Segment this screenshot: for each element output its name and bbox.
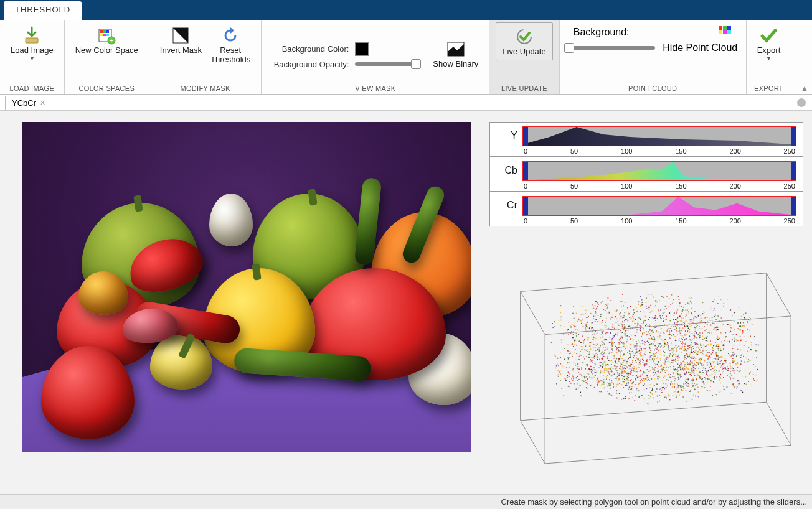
svg-point-419	[715, 352, 717, 353]
svg-point-1905	[651, 339, 652, 340]
collapse-ribbon-icon[interactable]: ▲	[801, 84, 808, 93]
svg-point-447	[584, 358, 585, 360]
svg-point-1265	[603, 360, 605, 361]
svg-point-1004	[668, 306, 669, 307]
image-preview[interactable]	[22, 122, 471, 452]
svg-point-454	[622, 366, 623, 367]
svg-point-2226	[715, 342, 716, 343]
svg-point-2001	[687, 368, 689, 370]
svg-point-1797	[661, 296, 663, 297]
slider-handle-high[interactable]	[791, 127, 796, 146]
svg-point-239	[727, 375, 728, 376]
svg-point-2273	[644, 364, 645, 365]
point-cloud-3d[interactable]	[489, 235, 803, 489]
tab-options-icon[interactable]	[797, 98, 806, 107]
svg-point-2515	[679, 385, 680, 386]
bg-opacity-slider[interactable]	[355, 62, 417, 66]
svg-point-1285	[750, 305, 751, 306]
close-icon[interactable]: ✕	[40, 99, 45, 107]
svg-point-942	[595, 363, 596, 365]
svg-point-1414	[733, 378, 734, 379]
svg-point-1619	[605, 333, 607, 334]
svg-point-887	[573, 368, 574, 370]
svg-point-127	[666, 296, 668, 297]
group-title-export: EXPORT	[753, 85, 785, 94]
svg-point-614	[621, 306, 622, 307]
svg-point-421	[636, 367, 638, 368]
new-color-space-button[interactable]: + New Color Space	[71, 22, 143, 58]
svg-point-884	[677, 360, 679, 361]
svg-point-229	[678, 345, 679, 347]
svg-point-2546	[718, 345, 719, 347]
svg-point-2448	[582, 306, 583, 307]
svg-point-2156	[633, 355, 635, 356]
svg-point-1576	[557, 363, 558, 365]
svg-point-2410	[649, 338, 651, 339]
slider-handle-low[interactable]	[523, 197, 528, 215]
svg-point-2054	[628, 326, 630, 327]
svg-point-1784	[699, 350, 701, 351]
color-grid-icon[interactable]	[717, 25, 732, 40]
slider-handle-low[interactable]	[523, 127, 528, 146]
svg-point-321	[691, 375, 692, 376]
svg-point-1527	[618, 342, 620, 343]
svg-point-412	[694, 360, 695, 361]
svg-point-763	[671, 330, 672, 332]
svg-point-1630	[714, 372, 715, 373]
pc-bg-slider[interactable]	[568, 46, 655, 50]
tab-ycbcr[interactable]: YCbCr ✕	[5, 96, 52, 110]
svg-point-2314	[740, 355, 742, 356]
live-update-button[interactable]: Live Update	[496, 22, 552, 60]
svg-point-2215	[630, 306, 631, 307]
slider-handle-high[interactable]	[791, 197, 796, 215]
svg-point-599	[745, 312, 747, 314]
svg-point-98	[697, 352, 699, 353]
slider-handle-low[interactable]	[523, 162, 528, 180]
invert-mask-label: Invert Mask	[160, 45, 202, 55]
svg-point-2002	[643, 368, 644, 369]
histogram-slider-cb[interactable]	[522, 161, 796, 181]
svg-point-1865	[661, 368, 662, 370]
svg-point-1167	[635, 384, 636, 385]
group-title-live-update: LIVE UPDATE	[496, 85, 552, 94]
svg-point-53	[603, 356, 605, 357]
svg-point-1329	[651, 360, 652, 361]
histogram-slider-y[interactable]	[522, 126, 796, 146]
svg-point-2616	[706, 371, 707, 373]
svg-point-2157	[704, 387, 706, 388]
hide-point-cloud-label[interactable]: Hide Point Cloud	[663, 42, 737, 54]
svg-point-451	[603, 375, 604, 376]
svg-point-636	[573, 371, 574, 372]
svg-point-1269	[636, 355, 637, 356]
svg-point-2586	[709, 318, 710, 319]
svg-point-2334	[623, 382, 625, 383]
right-column: Y 050100150200250	[489, 122, 803, 489]
svg-point-637	[646, 369, 648, 370]
svg-point-1856	[648, 342, 649, 343]
svg-point-1987	[576, 353, 577, 354]
svg-point-1568	[577, 376, 578, 377]
load-image-button[interactable]: Load Image ▼	[6, 22, 58, 65]
svg-point-1665	[651, 330, 653, 332]
svg-point-1768	[570, 383, 572, 384]
reset-thresholds-button[interactable]: Reset Thresholds	[206, 22, 255, 67]
svg-point-1844	[629, 313, 630, 314]
svg-point-1055	[653, 372, 654, 373]
svg-point-698	[663, 347, 664, 348]
slider-handle-high[interactable]	[791, 162, 796, 180]
svg-point-1361	[714, 378, 715, 380]
svg-point-2009	[664, 309, 665, 310]
svg-point-1446	[628, 312, 629, 313]
svg-point-1199	[651, 355, 652, 356]
svg-point-1904	[717, 329, 719, 330]
svg-point-2255	[734, 360, 735, 362]
svg-point-1910	[681, 376, 682, 377]
svg-point-965	[646, 385, 648, 386]
invert-mask-button[interactable]: Invert Mask	[156, 22, 206, 58]
histogram-slider-cr[interactable]	[522, 196, 796, 216]
ribbon-tab-threshold[interactable]: THRESHOLD	[4, 1, 82, 20]
show-binary-button[interactable]: Show Binary	[428, 36, 483, 72]
export-button[interactable]: Export ▼	[753, 22, 785, 65]
svg-point-557	[587, 351, 588, 352]
bg-color-swatch[interactable]	[355, 42, 369, 56]
